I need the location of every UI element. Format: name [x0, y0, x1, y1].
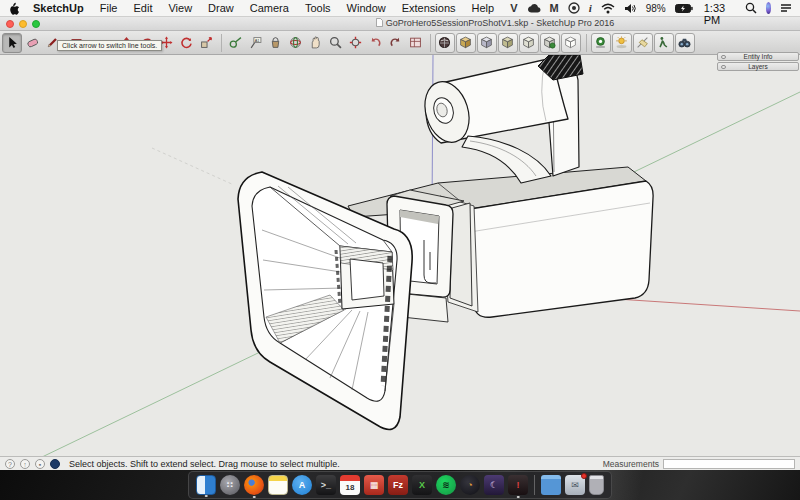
eraser-tool[interactable] [22, 33, 42, 53]
previous-view-tool[interactable] [366, 33, 386, 53]
app-store-app-icon: A [299, 480, 306, 490]
tray-disclosure-icon[interactable] [721, 55, 726, 60]
menu-item-help[interactable]: Help [472, 2, 495, 14]
cloud-icon[interactable] [527, 3, 541, 13]
next-view-tool-icon [389, 36, 402, 49]
tray-panel-entity-info[interactable]: Entity Info [717, 52, 799, 61]
dock-item-trash[interactable] [589, 475, 604, 495]
menu-item-view[interactable]: View [168, 2, 192, 14]
notification-center-icon[interactable] [780, 3, 792, 13]
dock-item-spotify[interactable]: ≋ [436, 475, 456, 495]
menu-item-draw[interactable]: Draw [208, 2, 234, 14]
viewport-3d-canvas[interactable] [0, 55, 800, 456]
walk-tool[interactable] [654, 33, 674, 53]
spotify-app-icon: ≋ [442, 480, 450, 490]
dock-item-filezilla[interactable]: Fz [388, 475, 408, 495]
look-around-tool-icon [678, 36, 691, 49]
dock-item-app-store[interactable]: A [292, 475, 312, 495]
italic-info-icon[interactable]: i [589, 2, 592, 14]
send-to-layout-tool[interactable] [406, 33, 426, 53]
monochrome-toggle[interactable] [498, 33, 518, 53]
text-tool[interactable]: A1 [246, 33, 266, 53]
status-bar: ? ↑ ▪ Select objects. Shift to extend se… [0, 456, 800, 470]
dock-item-finder[interactable] [196, 475, 216, 495]
section-plane-toggle-icon [543, 36, 556, 49]
gmail-icon[interactable]: M [550, 2, 559, 14]
menu-item-file[interactable]: File [100, 2, 118, 14]
position-camera-tool[interactable] [591, 33, 611, 53]
next-view-tool[interactable] [386, 33, 406, 53]
v-app-icon[interactable]: V [510, 2, 517, 14]
menu-item-edit[interactable]: Edit [133, 2, 152, 14]
dock-item-wifi-utility[interactable]: ! [508, 475, 528, 495]
text-tool-icon: A1 [249, 36, 262, 49]
toolbar-separator [430, 34, 431, 52]
dock-item-calendar[interactable]: 18 [340, 475, 360, 495]
filezilla-app-icon: Fz [393, 480, 403, 490]
menu-item-extensions[interactable]: Extensions [402, 2, 456, 14]
wireframe-toggle[interactable] [561, 33, 581, 53]
dimensions-tool[interactable] [633, 33, 653, 53]
back-edges-toggle[interactable] [519, 33, 539, 53]
select-tool-icon [6, 36, 19, 49]
geolocation-icon[interactable]: ↑ [20, 459, 30, 469]
pan-tool[interactable] [306, 33, 326, 53]
xray-mode-toggle[interactable] [435, 33, 455, 53]
battery-percent: 98% [646, 3, 666, 14]
help-circle-icon[interactable]: ? [5, 459, 15, 469]
tray-panel-layers[interactable]: Layers [717, 62, 799, 71]
eraser-tool-icon [26, 36, 39, 49]
running-indicator-dot [253, 496, 256, 499]
orbit-tool[interactable] [286, 33, 306, 53]
select-tool[interactable] [2, 33, 22, 53]
rotate-tool-icon [180, 36, 193, 49]
tray-disclosure-icon[interactable] [721, 65, 726, 70]
claim-credit-icon[interactable]: ▪ [35, 459, 45, 469]
menu-items-container: FileEditViewDrawCameraToolsWindowExtensi… [100, 2, 510, 14]
measurements-input[interactable] [663, 459, 795, 469]
toolbar-separator [586, 34, 587, 52]
dock-item-firefox[interactable] [244, 475, 264, 495]
wifi-icon[interactable] [601, 3, 615, 14]
status-dot-icon [50, 459, 60, 469]
speedtest-app-icon: ◔ [467, 480, 472, 490]
model-viewport[interactable] [0, 55, 800, 456]
scale-tool[interactable] [197, 33, 217, 53]
spotlight-search-icon[interactable] [745, 2, 757, 14]
shaded-with-textures-toggle[interactable] [456, 33, 476, 53]
menu-item-window[interactable]: Window [347, 2, 386, 14]
menu-item-tools[interactable]: Tools [305, 2, 331, 14]
tool-tooltip: Click arrow to switch line tools. [57, 40, 162, 51]
dock-item-notes[interactable] [268, 475, 288, 495]
camera-app-icon[interactable] [568, 2, 580, 14]
dock-item-speedtest[interactable]: ◔ [460, 475, 480, 495]
shadows-toggle[interactable] [612, 33, 632, 53]
section-plane-toggle[interactable] [540, 33, 560, 53]
paint-bucket-tool[interactable] [266, 33, 286, 53]
dock-item-documents-folder[interactable] [541, 475, 561, 495]
terminal-app-icon: >_ [321, 480, 331, 490]
dock-item-xshell[interactable]: X [412, 475, 432, 495]
toolbar-group-4 [591, 33, 696, 53]
tape-measure-tool[interactable] [226, 33, 246, 53]
zoom-tool[interactable] [326, 33, 346, 53]
zoom-extents-tool[interactable] [346, 33, 366, 53]
menu-bar-clock[interactable]: Mon 1:33 PM [704, 0, 734, 26]
apple-menu-icon[interactable] [8, 2, 19, 15]
menu-app-name[interactable]: SketchUp [33, 2, 84, 14]
dock-item-launchpad[interactable]: ∷ [220, 475, 240, 495]
shaded-toggle[interactable] [477, 33, 497, 53]
dock-item-terminal[interactable]: >_ [316, 475, 336, 495]
volume-icon[interactable] [624, 3, 637, 14]
twilight-app-icon: ☾ [490, 480, 498, 490]
status-message: Select objects. Shift to extend select. … [69, 459, 340, 469]
rotate-tool[interactable] [177, 33, 197, 53]
dock-item-mail[interactable]: ✉ [565, 475, 585, 495]
battery-icon[interactable] [675, 4, 693, 13]
dock-item-twilight[interactable]: ☾ [484, 475, 504, 495]
siri-icon[interactable] [766, 2, 771, 14]
menu-item-camera[interactable]: Camera [250, 2, 289, 14]
gopro-model[interactable] [238, 55, 653, 430]
dock-item-parallels-toolbox[interactable]: ▦ [364, 475, 384, 495]
look-around-tool[interactable] [675, 33, 695, 53]
